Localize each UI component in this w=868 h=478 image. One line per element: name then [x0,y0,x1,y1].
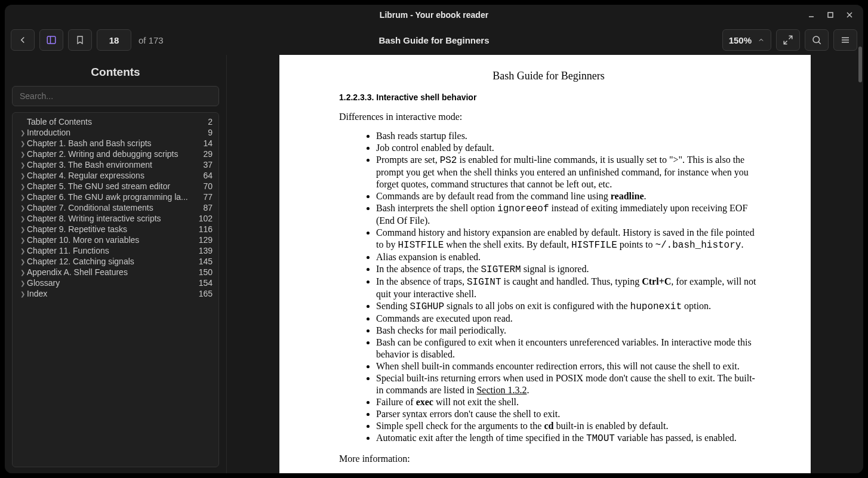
back-button[interactable] [11,29,35,51]
toc-item-label: Chapter 10. More on variables [27,235,194,245]
toc-item[interactable]: ❯Chapter 6. The GNU awk programming la..… [19,192,213,202]
bullet-item: In the absence of traps, the SIGTERM sig… [376,263,758,276]
toc-item[interactable]: ❯Introduction9 [19,127,213,138]
toc-item-page: 154 [199,278,213,288]
bullet-item: When shell built-in commands encounter r… [376,360,758,372]
bookmark-button[interactable] [68,29,92,51]
toc-item-page: 165 [199,289,213,298]
bullet-item: Simple spell check for the arguments to … [376,420,758,432]
minimize-button[interactable] [804,8,819,21]
toc-item-label: Index [27,289,194,298]
bullet-item: Commands are executed upon read. [376,313,758,325]
toc-item-page: 150 [199,267,213,277]
fullscreen-button[interactable] [776,29,800,51]
bullet-item: Bash reads startup files. [376,130,758,142]
chevron-right-icon: ❯ [19,226,27,233]
chevron-right-icon: ❯ [19,194,27,201]
toc-item-label: Chapter 3. The Bash environment [27,160,198,169]
toc-item[interactable]: ❯Chapter 3. The Bash environment37 [19,159,213,170]
chevron-up-icon [758,36,765,44]
chevron-right-icon: ❯ [19,162,27,168]
chevron-right-icon: ❯ [19,291,27,297]
toc-item-label: Chapter 4. Regular expressions [27,171,198,180]
bullet-item: Alias expansion is enabled. [376,251,758,263]
bullet-item: Prompts are set, PS2 is enabled for mult… [376,154,758,190]
page-header: Bash Guide for Beginners [339,69,758,83]
chevron-right-icon: ❯ [19,269,27,276]
chevron-right-icon: ❯ [19,172,27,179]
toc-list[interactable]: Table of Contents2❯Introduction9❯Chapter… [12,112,219,467]
bullet-item: Automatic exit after the length of time … [376,432,758,445]
sidebar-toggle-button[interactable] [39,29,63,51]
maximize-button[interactable] [823,8,838,21]
window-title: Librum - Your ebook reader [380,10,488,20]
toc-item[interactable]: ❯Chapter 12. Catching signals145 [19,256,213,267]
toc-item-label: Chapter 12. Catching signals [27,257,194,266]
titlebar: Librum - Your ebook reader [5,5,863,25]
svg-line-9 [818,42,821,44]
content-area[interactable]: Bash Guide for Beginners 1.2.2.3.3. Inte… [227,55,863,473]
toc-item-page: 77 [203,192,213,202]
toc-item-page: 70 [203,181,213,191]
chevron-right-icon: ❯ [19,258,27,265]
chevron-right-icon: ❯ [19,205,27,211]
book-title: Bash Guide for Beginners [378,35,489,45]
toc-item[interactable]: ❯Chapter 11. Functions139 [19,245,213,256]
app-window: Librum - Your ebook reader of 173 Bash G… [5,5,863,473]
search-button[interactable] [805,29,829,51]
chevron-right-icon: ❯ [19,151,27,158]
bullet-item: Job control enabled by default. [376,142,758,154]
toc-item-label: Glossary [27,278,194,288]
window-controls [804,5,857,25]
section-heading: 1.2.2.3.3. Interactive shell behavior [339,92,758,103]
toc-item[interactable]: ❯Chapter 4. Regular expressions64 [19,170,213,181]
toc-item[interactable]: Table of Contents2 [19,116,213,127]
bullet-item: Sending SIGHUP signals to all jobs on ex… [376,300,758,313]
toc-item[interactable]: ❯Appendix A. Shell Features150 [19,267,213,277]
zoom-control[interactable]: 150% [722,29,771,51]
bullet-item: Command history and history expansion ar… [376,227,758,251]
sidebar: Contents Table of Contents2❯Introduction… [5,55,227,473]
menu-button[interactable] [833,29,857,51]
scrollbar-indicator[interactable] [858,47,862,82]
toc-item[interactable]: ❯Chapter 10. More on variables129 [19,235,213,245]
toc-item-label: Chapter 9. Repetitive tasks [27,224,194,234]
outro-text: More information: [339,453,758,465]
toc-item[interactable]: ❯Chapter 2. Writing and debugging script… [19,149,213,159]
bullet-item: Bash checks for mail periodically. [376,325,758,337]
bullet-item: Failure of exec will not exit the shell. [376,396,758,408]
page-total-label: of 173 [138,35,164,45]
toc-item-label: Appendix A. Shell Features [27,267,194,277]
sidebar-heading: Contents [12,66,219,79]
document-page: Bash Guide for Beginners 1.2.2.3.3. Inte… [279,55,811,473]
toc-item[interactable]: ❯Chapter 1. Bash and Bash scripts14 [19,138,213,149]
chevron-right-icon: ❯ [19,140,27,147]
page-number-input[interactable] [97,29,131,51]
bullet-item: In the absence of traps, SIGINT is caugh… [376,276,758,300]
toc-item-label: Chapter 6. The GNU awk programming la... [27,192,198,202]
toc-item[interactable]: ❯Chapter 8. Writing interactive scripts1… [19,213,213,224]
toc-item-page: 64 [203,171,213,180]
toc-item[interactable]: ❯Chapter 7. Conditional statements87 [19,202,213,213]
svg-line-6 [789,36,792,39]
toc-search-input[interactable] [12,86,219,106]
toc-item-page: 102 [199,214,213,223]
toolbar-right: 150% [722,29,857,51]
bullet-item: Bash can be configured to exit when it e… [376,337,758,360]
toc-item-label: Introduction [27,128,203,137]
intro-text: Differences in interactive mode: [339,111,758,123]
toc-item[interactable]: ❯Chapter 9. Repetitive tasks116 [19,224,213,235]
bullet-item: Bash interprets the shell option ignoree… [376,202,758,227]
toc-item[interactable]: ❯Chapter 5. The GNU sed stream editor70 [19,181,213,192]
chevron-right-icon: ❯ [19,280,27,286]
toc-item-page: 37 [203,160,213,169]
close-button[interactable] [842,8,857,21]
chevron-right-icon: ❯ [19,237,27,243]
toc-item[interactable]: ❯Index165 [19,288,213,299]
svg-line-7 [784,41,787,44]
toc-item-page: 139 [199,246,213,255]
toc-item-label: Chapter 1. Bash and Bash scripts [27,138,198,148]
toolbar: of 173 Bash Guide for Beginners 150% [5,25,863,55]
toc-item[interactable]: ❯Glossary154 [19,277,213,288]
toc-item-label: Chapter 8. Writing interactive scripts [27,214,194,223]
